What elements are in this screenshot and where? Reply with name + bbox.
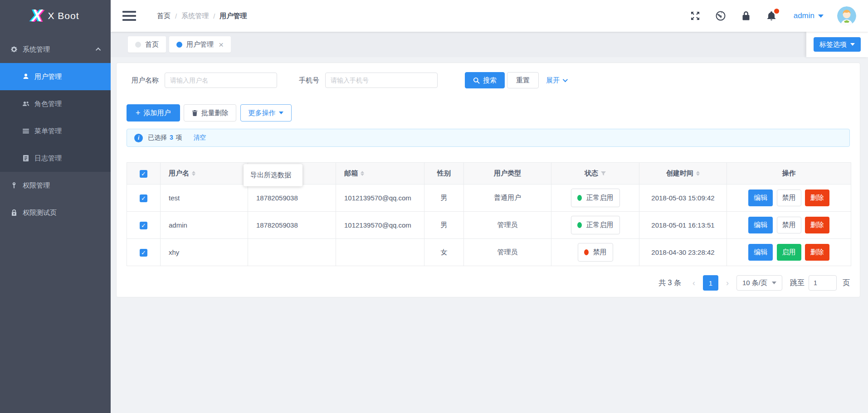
bell-icon[interactable] [766,10,777,22]
sort-icon[interactable] [361,171,364,176]
globe-icon[interactable] [715,10,727,22]
dropdown-item-export[interactable]: 导出所选数据 [244,167,302,183]
column-header-actions: 操作 [782,169,796,177]
chevron-down-icon [850,43,855,46]
phone-input[interactable] [325,73,438,88]
selection-alert: i 已选择 3 项 清空 [127,129,850,147]
tab-label: 首页 [145,40,159,49]
cell-username: test [161,185,248,212]
cell-gender: 女 [424,239,464,266]
brand-logo: X X Boot [0,0,111,32]
tab-label: 用户管理 [186,40,214,49]
fullscreen-icon[interactable] [689,10,701,22]
sort-icon[interactable] [696,171,700,176]
expand-link-label: 展开 [546,76,560,85]
batch-delete-button[interactable]: 批量删除 [184,104,236,121]
breadcrumb-system[interactable]: 系统管理 [181,12,209,20]
select-all-checkbox[interactable]: ✓ [140,170,147,178]
sidebar-item-label: 菜单管理 [34,127,62,136]
sidebar-item-user-management[interactable]: 用户管理 [0,63,111,90]
sidebar: X X Boot 系统管理 用户管理 角色管理 [0,0,111,413]
sidebar-item-permission-management[interactable]: 权限管理 [0,172,111,199]
page-suffix: 页 [843,278,850,288]
info-icon: i [134,134,143,142]
tab-user-management[interactable]: 用户管理 × [169,36,231,53]
search-button[interactable]: 搜索 [465,72,505,88]
tab-home[interactable]: 首页 [128,36,166,53]
breadcrumb-current: 用户管理 [219,12,247,20]
hamburger-menu-button[interactable] [122,11,136,21]
sidebar-item-label: 日志管理 [34,154,62,163]
more-actions-button[interactable]: 更多操作 [240,104,292,121]
cell-phone: 18782059038 [248,212,336,239]
sort-icon[interactable] [192,171,195,176]
prev-page-icon[interactable]: ‹ [689,278,699,288]
row-checkbox[interactable]: ✓ [140,249,147,257]
lock-icon[interactable] [740,10,752,22]
batch-delete-label: 批量删除 [201,109,229,117]
cell-email: 1012139570@qq.com [344,193,417,204]
row-checkbox[interactable]: ✓ [140,194,147,202]
tab-dot-icon [135,42,141,48]
cell-phone: 18782059038 [248,185,336,212]
edit-button[interactable]: 编辑 [748,244,773,261]
cell-phone [248,239,336,266]
edit-button[interactable]: 编辑 [748,217,773,233]
filter-funnel-icon[interactable] [601,171,606,176]
sidebar-item-menu-management[interactable]: 菜单管理 [0,117,111,145]
cell-username: admin [161,212,248,239]
sidebar-submenu: 用户管理 角色管理 菜单管理 日志管理 [0,63,111,172]
sidebar-item-system-management[interactable]: 系统管理 [0,36,111,63]
page-number-active[interactable]: 1 [703,275,718,291]
selection-text: 已选择 3 项 [148,134,182,142]
disable-button[interactable]: 禁用 [777,189,801,206]
avatar[interactable] [837,6,856,25]
close-icon[interactable]: × [219,40,224,49]
breadcrumb-home[interactable]: 首页 [157,12,171,20]
cell-usertype: 普通用户 [464,185,551,212]
reset-button[interactable]: 重置 [507,72,539,88]
users-icon [22,100,30,108]
status-dot-icon [577,222,582,228]
table-row: ✓ admin 18782059038 1012139570@qq.com 男 … [127,212,851,239]
row-checkbox[interactable]: ✓ [140,222,147,229]
expand-link[interactable]: 展开 [546,76,566,85]
jump-label: 跳至 [790,278,805,288]
table-header-row: ✓ 用户名 手机 邮箱 性别 用户类型 状态 创建时间 操作 [127,163,851,185]
delete-button[interactable]: 删除 [805,217,829,233]
tag-options-button[interactable]: 标签选项 [814,37,861,52]
delete-button[interactable]: 删除 [805,244,829,261]
tags-bar: 首页 用户管理 × 标签选项 [111,32,868,57]
breadcrumb-separator: / [175,12,177,20]
sidebar-item-label: 系统管理 [23,45,50,54]
clear-selection-link[interactable]: 清空 [194,134,206,142]
next-page-icon[interactable]: › [722,278,732,288]
cell-created: 2018-05-01 16:13:51 [639,212,727,239]
header-actions: admin [689,6,856,25]
cell-gender: 男 [424,185,464,212]
user-dropdown[interactable]: admin [794,11,824,20]
enable-button[interactable]: 启用 [777,244,801,261]
plus-icon: + [136,109,141,117]
page-size-select[interactable]: 10 条/页 [736,275,782,291]
column-header-email: 邮箱 [344,169,358,178]
edit-button[interactable]: 编辑 [748,189,773,206]
sidebar-item-role-management[interactable]: 角色管理 [0,90,111,117]
chevron-down-icon [818,15,824,18]
disable-button[interactable]: 禁用 [777,217,801,233]
sidebar-item-permission-test-page[interactable]: 权限测试页 [0,199,111,226]
status-dot-icon [584,249,589,255]
delete-button[interactable]: 删除 [805,189,829,206]
add-user-button[interactable]: + 添加用户 [127,104,180,121]
cell-username: xhy [161,239,248,266]
jump-page-input[interactable] [809,275,837,291]
cell-created: 2018-04-30 23:28:42 [639,239,727,266]
username-input[interactable] [165,73,277,88]
column-header-usertype: 用户类型 [494,169,521,177]
breadcrumb: 首页 / 系统管理 / 用户管理 [157,12,247,20]
status-badge: 禁用 [578,243,613,262]
sidebar-item-log-management[interactable]: 日志管理 [0,145,111,172]
search-form: 用户名称 手机号 搜索 重置 展开 [132,72,850,88]
add-user-label: 添加用户 [144,109,171,117]
trash-icon [191,110,198,117]
